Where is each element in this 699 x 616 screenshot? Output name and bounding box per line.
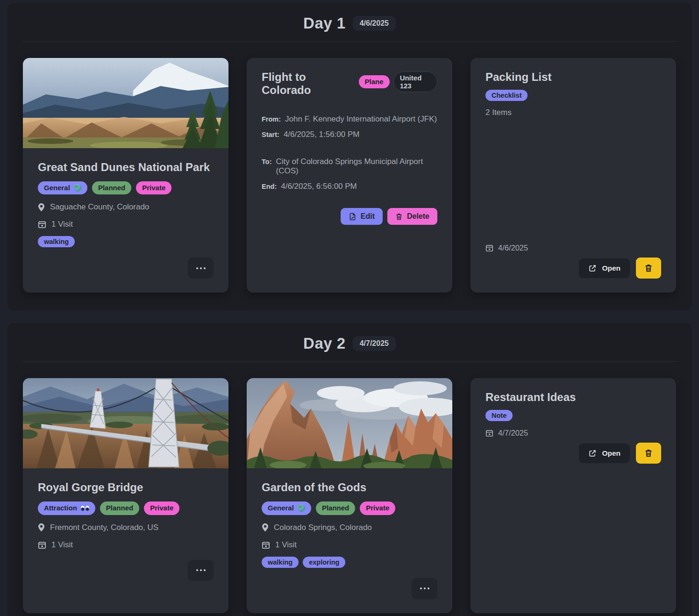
- from-value: John F. Kennedy International Airport (J…: [285, 115, 437, 124]
- place-title: Great Sand Dunes National Park: [38, 161, 214, 174]
- day-1-cards: Great Sand Dunes National Park General P…: [23, 58, 676, 293]
- category-badge: General: [262, 501, 311, 515]
- note-date-row: 4/7/2025: [485, 429, 661, 437]
- open-button-label: Open: [602, 264, 621, 272]
- day-1-section: Day 1 4/6/2025: [7, 3, 692, 310]
- badge-row: Attraction Planned Private: [38, 501, 214, 515]
- badge-row: General Planned Private: [38, 181, 214, 194]
- more-options-button[interactable]: [188, 560, 214, 581]
- day-2-header: Day 2 4/7/2025: [23, 323, 676, 361]
- note-type-badge: Note: [485, 410, 513, 421]
- category-badge: General: [38, 181, 87, 194]
- edit-button[interactable]: Edit: [341, 208, 383, 225]
- start-row: Start: 4/6/2025, 1:56:00 PM: [262, 130, 437, 139]
- location-pin-icon: [262, 523, 269, 532]
- day-2-divider: [23, 361, 676, 362]
- trash-icon: [644, 264, 653, 272]
- checklist-actions: Open: [485, 258, 661, 279]
- location-row: Fremont County, Colorado, US: [38, 523, 214, 532]
- flight-header: Flight to Colorado Plane United 123: [262, 71, 437, 97]
- checklist-card-packing-list: Packing List Checklist 2 Items 4/6/2025 …: [471, 58, 676, 293]
- card-body: Flight to Colorado Plane United 123 From…: [247, 58, 452, 293]
- activity-tag: walking: [262, 557, 299, 568]
- calendar-icon: [485, 244, 493, 252]
- external-link-icon: [588, 449, 597, 458]
- day-2-title: Day 2: [303, 335, 346, 352]
- to-label: To:: [262, 158, 271, 165]
- category-badge-label: Attraction: [44, 503, 77, 513]
- visits-text: 1 Visit: [51, 220, 73, 229]
- more-options-button[interactable]: [412, 578, 437, 599]
- day-1-date-pill: 4/6/2025: [353, 16, 396, 31]
- trash-icon: [395, 213, 403, 221]
- place-title: Royal Gorge Bridge: [38, 481, 214, 494]
- location-pin-icon: [38, 203, 45, 212]
- open-button[interactable]: Open: [579, 258, 630, 278]
- itinerary-page: Day 1 4/6/2025: [0, 0, 699, 616]
- calendar-icon: [38, 541, 46, 549]
- from-row: From: John F. Kennedy International Airp…: [262, 115, 437, 124]
- items-count: 2 Items: [485, 108, 661, 117]
- delete-button[interactable]: Delete: [387, 208, 437, 225]
- flight-arrival-group: To: City of Colorado Springs Municipal A…: [262, 151, 437, 191]
- status-badge: Planned: [100, 501, 139, 515]
- to-row: To: City of Colorado Springs Municipal A…: [262, 157, 437, 176]
- checklist-title: Packing List: [485, 71, 661, 84]
- end-label: End:: [262, 183, 277, 190]
- visibility-badge: Private: [360, 501, 395, 515]
- globe-icon: [74, 184, 81, 192]
- external-link-icon: [588, 264, 597, 272]
- category-badge-label: General: [268, 503, 294, 513]
- more-options-button[interactable]: [188, 258, 214, 279]
- note-card-restaurant-ideas: Restaurant Ideas Note 4/7/2025 Open: [471, 378, 676, 613]
- delete-note-button[interactable]: [636, 443, 661, 464]
- note-date: 4/7/2025: [498, 429, 528, 437]
- checklist-date-row: 4/6/2025: [485, 244, 661, 252]
- edit-button-label: Edit: [361, 212, 375, 221]
- open-button[interactable]: Open: [579, 444, 630, 463]
- activity-tag: exploring: [303, 557, 345, 568]
- visits-text: 1 Visit: [51, 540, 73, 550]
- place-card-royal-gorge-bridge[interactable]: Royal Gorge Bridge Attraction Planned Pr…: [23, 378, 228, 613]
- flight-number-pill: United 123: [393, 72, 437, 92]
- delete-checklist-button[interactable]: [636, 258, 661, 279]
- from-label: From:: [262, 115, 281, 123]
- visits-row: 1 Visit: [38, 540, 214, 550]
- end-row: End: 4/6/2025, 6:56:00 PM: [262, 182, 437, 191]
- visits-text: 1 Visit: [275, 540, 297, 550]
- place-card-great-sand-dunes[interactable]: Great Sand Dunes National Park General P…: [23, 58, 228, 293]
- badge-row: Checklist: [485, 90, 661, 101]
- visibility-badge: Private: [144, 501, 179, 515]
- status-badge: Planned: [316, 501, 355, 515]
- card-body: Packing List Checklist 2 Items 4/6/2025 …: [471, 58, 676, 293]
- calendar-icon: [485, 429, 493, 437]
- badge-row: Note: [485, 410, 661, 421]
- start-value: 4/6/2025, 1:56:00 PM: [284, 130, 360, 139]
- day-2-section: Day 2 4/7/2025: [7, 323, 692, 616]
- open-button-label: Open: [602, 449, 621, 458]
- place-title: Garden of the Gods: [262, 481, 437, 494]
- end-value: 4/6/2025, 6:56:00 PM: [281, 182, 357, 191]
- note-actions: Open: [485, 443, 661, 464]
- day-1-title: Day 1: [303, 14, 346, 32]
- place-card-garden-of-the-gods[interactable]: Garden of the Gods General Planned Priva…: [247, 378, 452, 613]
- visibility-badge: Private: [136, 181, 171, 194]
- note-title: Restaurant Ideas: [485, 391, 661, 404]
- checklist-date: 4/6/2025: [498, 244, 528, 252]
- visits-row: 1 Visit: [38, 220, 214, 229]
- start-label: Start:: [262, 131, 279, 138]
- card-body: Garden of the Gods General Planned Priva…: [247, 468, 452, 613]
- flight-card: Flight to Colorado Plane United 123 From…: [247, 58, 452, 293]
- day-1-divider: [23, 41, 676, 42]
- tag-row: walking: [38, 236, 214, 247]
- location-row: Saguache County, Colorado: [38, 202, 214, 212]
- delete-button-label: Delete: [407, 212, 429, 221]
- card-body: Royal Gorge Bridge Attraction Planned Pr…: [23, 468, 228, 613]
- category-badge: Attraction: [38, 501, 95, 515]
- trash-icon: [644, 449, 653, 458]
- card-body: Great Sand Dunes National Park General P…: [23, 148, 228, 293]
- card-body: Restaurant Ideas Note 4/7/2025 Open: [471, 378, 676, 613]
- royal-gorge-bridge-photo: [23, 378, 228, 468]
- location-pin-icon: [38, 523, 45, 532]
- calendar-icon: [262, 541, 270, 549]
